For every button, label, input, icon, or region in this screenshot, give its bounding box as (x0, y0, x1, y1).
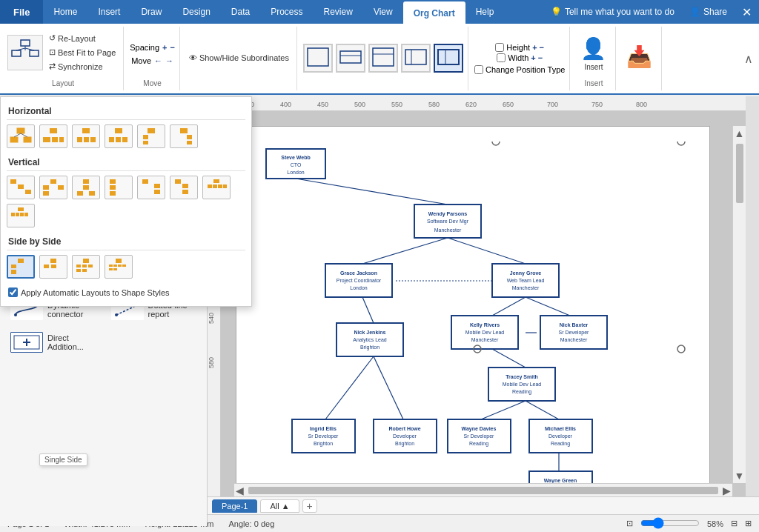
horizontal-icon-5[interactable] (137, 124, 165, 148)
svg-rect-23 (59, 137, 64, 142)
svg-rect-22 (52, 137, 58, 142)
vertical-icon-5[interactable] (137, 176, 165, 199)
view-grid-icon[interactable]: ⊞ (745, 519, 752, 528)
horizontal-icon-4[interactable] (105, 124, 133, 148)
fit-icon[interactable]: ⊡ (626, 519, 633, 528)
height-checkbox[interactable] (495, 43, 504, 52)
vertical-icon-6[interactable] (170, 176, 198, 199)
vertical-icon-4[interactable] (105, 176, 133, 199)
scroll-left-btn[interactable]: ◀ (234, 483, 245, 497)
change-pos-checkbox[interactable] (474, 65, 483, 74)
apply-check-row[interactable]: Apply Automatic Layouts to Shape Styles (7, 285, 245, 300)
tab-help[interactable]: Help (465, 0, 505, 24)
close-icon[interactable]: ✕ (742, 5, 752, 19)
svg-rect-47 (77, 191, 83, 196)
view-single-icon[interactable]: ⊟ (731, 519, 738, 528)
tab-process[interactable]: Process (260, 0, 313, 24)
scroll-right-btn[interactable]: ▶ (721, 483, 732, 497)
search-label[interactable]: Tell me what you want to do (565, 7, 675, 17)
svg-rect-52 (142, 179, 148, 184)
sbs-icon-1[interactable] (7, 255, 35, 279)
tab-home[interactable]: Home (43, 0, 87, 24)
tab-review[interactable]: Review (314, 0, 363, 24)
svg-rect-54 (154, 190, 160, 194)
zoom-range[interactable] (640, 517, 700, 529)
horizontal-scrollbar[interactable]: ◀ ▶ (234, 483, 732, 496)
svg-rect-78 (76, 269, 81, 272)
svg-text:Developer: Developer (393, 433, 417, 439)
vertical-scrollbar[interactable]: ▲ ▼ (732, 126, 746, 483)
horizontal-icon-6[interactable] (170, 124, 198, 148)
horizontal-icon-3[interactable] (72, 124, 100, 148)
tab-data[interactable]: Data (221, 0, 260, 24)
svg-rect-82 (113, 265, 117, 267)
width-minus[interactable]: − (538, 53, 543, 62)
scroll-h-thumb[interactable] (248, 487, 718, 494)
spacing-minus[interactable]: − (170, 43, 174, 52)
main-canvas-area: 350 400 450 500 550 580 620 650 700 750 … (208, 96, 759, 510)
synchronize-btn[interactable]: ⇄ Synchronize (46, 60, 119, 73)
width-checkbox[interactable] (497, 53, 506, 62)
width-plus[interactable]: + (531, 53, 535, 62)
height-plus[interactable]: + (532, 43, 537, 52)
insert-icon[interactable]: 👤 (580, 36, 606, 61)
scroll-v-thumb[interactable] (736, 144, 743, 203)
ribbon-body: ↺ Re-Layout ⊡ Best Fit to Page ⇄ Synchro… (0, 24, 759, 95)
svg-text:750: 750 (591, 101, 603, 108)
svg-rect-61 (218, 184, 222, 188)
re-layout-btn[interactable]: ↺ Re-Layout (46, 32, 119, 44)
height-minus[interactable]: − (540, 43, 544, 52)
canvas-scroll[interactable]: Steve Webb CTO London Wendy Parsons Soft… (221, 111, 746, 496)
spacing-plus[interactable]: + (162, 43, 167, 52)
vertical-icon-1[interactable] (7, 176, 35, 199)
tab-view[interactable]: View (363, 0, 403, 24)
vertical-icon-2[interactable] (39, 176, 67, 199)
zoom-slider[interactable] (640, 517, 700, 531)
svg-rect-28 (115, 128, 122, 133)
shape-style-1[interactable] (303, 44, 333, 73)
scroll-down-btn[interactable]: ▼ (733, 468, 746, 483)
svg-rect-64 (11, 213, 15, 216)
shape-style-5[interactable] (434, 44, 463, 73)
page-tab-add[interactable]: + (302, 499, 317, 513)
shape-style-4[interactable] (401, 44, 431, 73)
svg-line-128 (362, 238, 448, 264)
move-forward[interactable]: → (165, 56, 173, 65)
layout-big-icon[interactable] (7, 35, 43, 70)
svg-text:Web Team Lead: Web Team Lead (507, 278, 545, 283)
apply-checkbox[interactable] (8, 287, 18, 297)
svg-text:Wayne Davies: Wayne Davies (462, 426, 497, 432)
shape-style-3[interactable] (368, 44, 398, 73)
tab-design[interactable]: Design (172, 0, 220, 24)
tab-insert[interactable]: Insert (87, 0, 130, 24)
move-back[interactable]: ← (154, 56, 162, 65)
svg-text:580: 580 (428, 101, 440, 108)
import-icon[interactable]: 📥 (626, 44, 652, 69)
tab-file[interactable]: File (0, 0, 43, 24)
vertical-icon-7[interactable] (202, 176, 231, 199)
svg-line-130 (362, 297, 374, 323)
svg-line-133 (325, 356, 374, 419)
shape-direct-addition[interactable]: Direct Addition... (6, 329, 101, 356)
tab-draw[interactable]: Draw (130, 0, 172, 24)
scroll-up-btn[interactable]: ▲ (733, 126, 746, 141)
page-tab-all[interactable]: All ▲ (260, 499, 299, 513)
shape-style-2[interactable] (336, 44, 365, 73)
sbs-icon-4[interactable] (105, 255, 133, 279)
sbs-icon-2[interactable] (39, 255, 67, 279)
show-hide-btn[interactable]: 👁 Show/Hide Subordinates (186, 52, 292, 64)
svg-rect-45 (83, 179, 89, 184)
best-fit-btn[interactable]: ⊡ Best Fit to Page (46, 46, 119, 59)
change-pos-row: Change Position Type (474, 65, 565, 74)
horizontal-icon-2[interactable] (39, 124, 67, 148)
vertical-icon-8[interactable] (7, 204, 35, 227)
horizontal-icon-1[interactable] (7, 124, 35, 148)
sbs-icon-3[interactable] (72, 255, 100, 279)
share-label[interactable]: Share (703, 7, 727, 17)
svg-rect-27 (90, 137, 96, 142)
vertical-icon-3[interactable] (72, 176, 100, 199)
tab-orgchart[interactable]: Org Chart (403, 1, 465, 25)
svg-rect-85 (109, 268, 113, 270)
page-tab-1[interactable]: Page-1 (212, 499, 257, 513)
ribbon-collapse[interactable]: ∧ (741, 27, 756, 90)
